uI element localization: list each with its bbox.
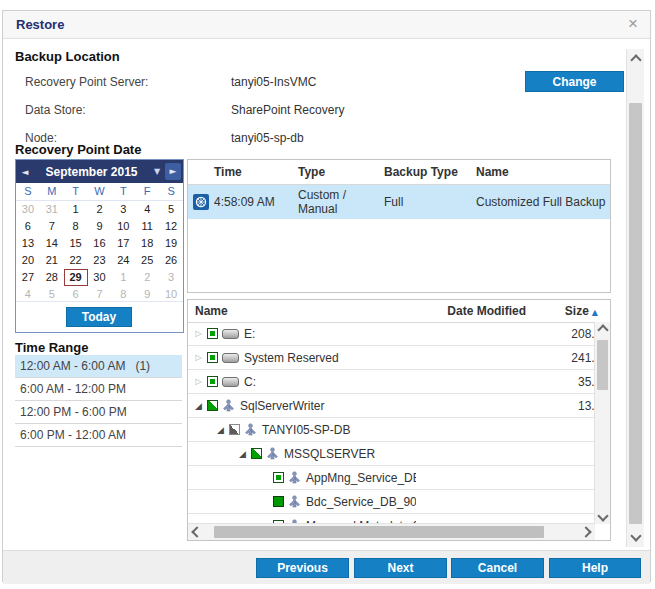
calendar-day[interactable]: 28 (40, 269, 64, 286)
tree-node-label: E: (244, 327, 255, 341)
tree-row[interactable]: ◢SqlServerWriter13.37 (188, 394, 610, 418)
tree-scroll-right-icon[interactable] (579, 524, 593, 540)
change-button[interactable]: Change (525, 71, 624, 92)
time-range-label: 6:00 AM - 12:00 PM (20, 382, 126, 396)
help-button[interactable]: Help (549, 558, 641, 578)
tree-scroll-up-icon[interactable] (595, 324, 610, 336)
tree-checkbox[interactable] (273, 472, 284, 483)
calendar-day[interactable]: 21 (40, 252, 64, 269)
calendar-day[interactable]: 5 (159, 201, 183, 218)
calendar-day[interactable]: 23 (88, 252, 112, 269)
tree-checkbox[interactable] (273, 496, 284, 507)
col-size[interactable]: Size▲ (526, 304, 610, 318)
time-range-item[interactable]: 6:00 PM - 12:00 AM (15, 424, 182, 447)
calendar-day[interactable]: 30 (88, 269, 112, 286)
expand-icon[interactable]: ▷ (192, 329, 205, 338)
expand-icon[interactable]: ▷ (192, 353, 205, 362)
expand-icon[interactable]: ▷ (192, 377, 205, 386)
backup-point-row[interactable]: 4:58:09 AM Custom / Manual Full Customiz… (188, 185, 610, 219)
calendar-prev-icon[interactable]: ◄ (16, 167, 34, 177)
tree-hscroll-thumb[interactable] (214, 526, 544, 538)
tree-name-cell: Bdc_Service_DB_90181fc2b3ad49 (188, 495, 416, 509)
tree-name-cell: ◢MSSQLSERVER (188, 447, 416, 461)
tree-checkbox[interactable] (207, 376, 218, 387)
today-button[interactable]: Today (66, 307, 132, 327)
calendar-next-icon[interactable]: ► (165, 163, 181, 180)
calendar-header: ◄ September 2015 ▼ ► (16, 160, 183, 183)
calendar-day[interactable]: 26 (159, 252, 183, 269)
dialog-scroll-down-icon[interactable] (627, 529, 644, 543)
calendar-day-headers: S M T W T F S (16, 183, 183, 201)
calendar-day[interactable]: 27 (16, 269, 40, 286)
close-icon[interactable]: × (628, 14, 638, 34)
calendar-day[interactable]: 22 (64, 252, 88, 269)
cancel-button[interactable]: Cancel (451, 558, 544, 578)
restore-dialog: Restore × Backup Location Recovery Point… (2, 10, 651, 582)
calendar-day[interactable]: 16 (88, 235, 112, 252)
tree-node-label: MSSQLSERVER (284, 447, 375, 461)
time-range-item[interactable]: 6:00 AM - 12:00 PM (15, 378, 182, 401)
tree-horizontal-scrollbar[interactable] (188, 523, 595, 540)
col-date-modified[interactable]: Date Modified (406, 304, 526, 318)
col-tree-name[interactable]: Name (188, 304, 406, 318)
tree-row[interactable]: ▷C:35.00 (188, 370, 610, 394)
tree-checkbox[interactable] (229, 424, 240, 435)
calendar-day[interactable]: 14 (40, 235, 64, 252)
backup-name-cell: Customized Full Backup (476, 195, 610, 209)
calendar-day[interactable]: 3 (159, 269, 183, 286)
tree-scroll-down-icon[interactable] (595, 510, 610, 522)
calendar-day[interactable]: 3 (111, 201, 135, 218)
calendar-day-selected[interactable]: 29 (64, 269, 88, 286)
tree-row[interactable]: Bdc_Service_DB_90181fc2b3ad49 (188, 490, 610, 514)
calendar-day[interactable]: 12 (159, 218, 183, 235)
calendar-day[interactable]: 25 (135, 252, 159, 269)
calendar-day[interactable]: 13 (16, 235, 40, 252)
calendar-dropdown-icon[interactable]: ▼ (149, 167, 165, 176)
tree-node-label: C: (244, 375, 256, 389)
backup-table-header: Time Type Backup Type Name (188, 160, 610, 185)
calendar-day[interactable]: 30 (16, 201, 40, 218)
next-button[interactable]: Next (354, 558, 447, 578)
calendar-day[interactable]: 18 (135, 235, 159, 252)
tree-row[interactable]: AppMng_Service_DB_e097ac4a85 (188, 466, 610, 490)
time-range-label: 12:00 AM - 6:00 AM (20, 359, 125, 373)
collapse-icon[interactable]: ◢ (214, 425, 227, 435)
tree-checkbox[interactable] (207, 328, 218, 339)
data-store-value: SharePoint Recovery (231, 103, 344, 117)
calendar-day[interactable]: 11 (135, 218, 159, 235)
calendar-day[interactable]: 2 (88, 201, 112, 218)
tree-checkbox[interactable] (251, 448, 262, 459)
previous-button[interactable]: Previous (256, 558, 349, 578)
tree-row[interactable]: ▷System Reserved241.36 (188, 346, 610, 370)
tree-row[interactable]: ◢TANYI05-SP-DB (188, 418, 610, 442)
calendar-day[interactable]: 20 (16, 252, 40, 269)
tree-vscroll-thumb[interactable] (597, 340, 608, 390)
calendar-day[interactable]: 2 (135, 269, 159, 286)
calendar-day[interactable]: 15 (64, 235, 88, 252)
collapse-icon[interactable]: ◢ (192, 401, 205, 411)
calendar-day[interactable]: 4 (135, 201, 159, 218)
calendar-day[interactable]: 1 (111, 269, 135, 286)
calendar-day[interactable]: 1 (64, 201, 88, 218)
calendar-day[interactable]: 7 (40, 218, 64, 235)
tree-row[interactable]: ▷E:208.39 (188, 322, 610, 346)
dialog-scroll-up-icon[interactable] (627, 53, 644, 67)
calendar-day[interactable]: 24 (111, 252, 135, 269)
tree-checkbox[interactable] (207, 400, 218, 411)
tree-row[interactable]: ◢MSSQLSERVER (188, 442, 610, 466)
tree-scroll-left-icon[interactable] (190, 524, 204, 540)
calendar-day[interactable]: 10 (111, 218, 135, 235)
tree-vertical-scrollbar[interactable] (594, 322, 610, 524)
calendar-day[interactable]: 9 (88, 218, 112, 235)
calendar-day[interactable]: 8 (64, 218, 88, 235)
calendar-day[interactable]: 17 (111, 235, 135, 252)
dialog-vscroll-thumb[interactable] (629, 103, 642, 524)
tree-checkbox[interactable] (207, 352, 218, 363)
dialog-vertical-scrollbar[interactable] (626, 49, 644, 547)
time-range-item[interactable]: 12:00 AM - 6:00 AM(1) (15, 355, 182, 378)
collapse-icon[interactable]: ◢ (236, 449, 249, 459)
time-range-item[interactable]: 12:00 PM - 6:00 PM (15, 401, 182, 424)
calendar-day[interactable]: 6 (16, 218, 40, 235)
calendar-day[interactable]: 31 (40, 201, 64, 218)
calendar-day[interactable]: 19 (159, 235, 183, 252)
